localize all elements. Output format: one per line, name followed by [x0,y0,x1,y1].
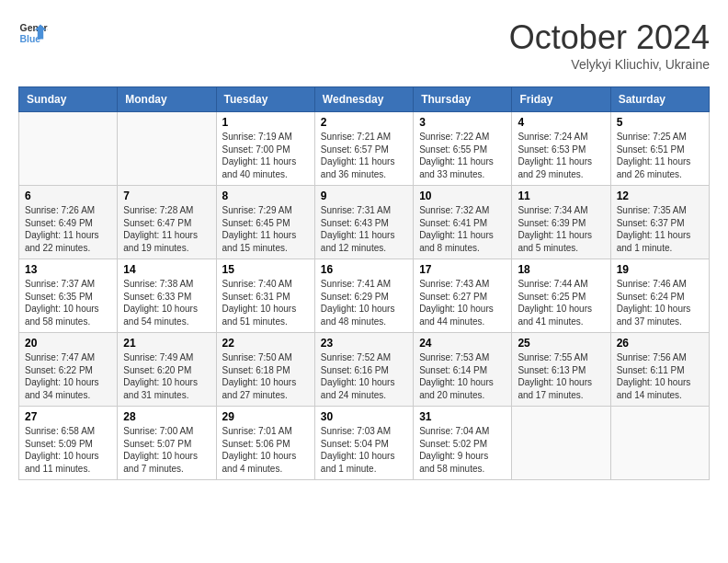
calendar-cell: 22Sunrise: 7:50 AM Sunset: 6:18 PM Dayli… [216,333,314,407]
day-number: 28 [123,410,210,423]
calendar-table: SundayMondayTuesdayWednesdayThursdayFrid… [18,86,710,480]
day-number: 2 [321,116,407,129]
weekday-header: Sunday [19,87,118,112]
calendar-cell: 3Sunrise: 7:22 AM Sunset: 6:55 PM Daylig… [414,112,512,186]
calendar-cell: 30Sunrise: 7:03 AM Sunset: 5:04 PM Dayli… [314,407,413,480]
day-info: Sunrise: 7:35 AM Sunset: 6:37 PM Dayligh… [617,204,703,254]
calendar-week-row: 1Sunrise: 7:19 AM Sunset: 7:00 PM Daylig… [19,112,710,186]
page-header: General Blue October 2024 Velykyi Kliuch… [18,18,710,72]
location: Velykyi Kliuchiv, Ukraine [509,57,710,72]
calendar-cell: 24Sunrise: 7:53 AM Sunset: 6:14 PM Dayli… [414,333,512,407]
calendar-cell: 21Sunrise: 7:49 AM Sunset: 6:20 PM Dayli… [118,333,216,407]
weekday-header: Friday [512,87,610,112]
day-info: Sunrise: 7:56 AM Sunset: 6:11 PM Dayligh… [617,351,703,401]
calendar-cell: 11Sunrise: 7:34 AM Sunset: 6:39 PM Dayli… [512,186,610,259]
calendar-cell: 15Sunrise: 7:40 AM Sunset: 6:31 PM Dayli… [216,259,314,333]
day-info: Sunrise: 7:40 AM Sunset: 6:31 PM Dayligh… [222,278,309,327]
calendar-cell: 4Sunrise: 7:24 AM Sunset: 6:53 PM Daylig… [512,112,610,186]
day-number: 10 [419,190,506,202]
day-number: 14 [123,263,210,276]
day-number: 19 [617,263,703,276]
calendar-cell: 8Sunrise: 7:29 AM Sunset: 6:45 PM Daylig… [216,186,314,259]
day-info: Sunrise: 7:49 AM Sunset: 6:20 PM Dayligh… [123,351,210,401]
day-number: 24 [419,337,506,350]
day-info: Sunrise: 7:00 AM Sunset: 5:07 PM Dayligh… [123,425,210,475]
day-info: Sunrise: 7:31 AM Sunset: 6:43 PM Dayligh… [321,204,407,254]
calendar-cell [118,112,216,186]
calendar-cell: 9Sunrise: 7:31 AM Sunset: 6:43 PM Daylig… [314,186,413,259]
day-number: 20 [25,337,111,350]
logo-icon: General Blue [18,18,48,48]
day-number: 22 [222,337,309,350]
weekday-header: Wednesday [314,87,413,112]
day-number: 31 [419,410,506,423]
calendar-week-row: 13Sunrise: 7:37 AM Sunset: 6:35 PM Dayli… [19,259,710,333]
day-info: Sunrise: 7:46 AM Sunset: 6:24 PM Dayligh… [617,278,703,327]
day-number: 18 [518,263,604,276]
calendar-cell: 1Sunrise: 7:19 AM Sunset: 7:00 PM Daylig… [216,112,314,186]
day-number: 16 [321,263,407,276]
day-number: 27 [25,410,111,423]
calendar-cell: 25Sunrise: 7:55 AM Sunset: 6:13 PM Dayli… [512,333,610,407]
day-info: Sunrise: 7:28 AM Sunset: 6:47 PM Dayligh… [123,204,210,254]
day-number: 13 [25,263,111,276]
day-number: 25 [518,337,604,350]
day-info: Sunrise: 7:04 AM Sunset: 5:02 PM Dayligh… [419,425,506,475]
calendar-cell: 6Sunrise: 7:26 AM Sunset: 6:49 PM Daylig… [19,186,118,259]
day-info: Sunrise: 7:03 AM Sunset: 5:04 PM Dayligh… [321,425,407,475]
title-block: October 2024 Velykyi Kliuchiv, Ukraine [509,18,710,72]
day-info: Sunrise: 7:38 AM Sunset: 6:33 PM Dayligh… [123,278,210,327]
day-info: Sunrise: 7:41 AM Sunset: 6:29 PM Dayligh… [321,278,407,327]
calendar-cell: 14Sunrise: 7:38 AM Sunset: 6:33 PM Dayli… [118,259,216,333]
calendar-cell: 31Sunrise: 7:04 AM Sunset: 5:02 PM Dayli… [414,407,512,480]
calendar-cell: 17Sunrise: 7:43 AM Sunset: 6:27 PM Dayli… [414,259,512,333]
weekday-header: Monday [118,87,216,112]
day-number: 8 [222,190,309,202]
day-number: 11 [518,190,604,202]
calendar-cell: 23Sunrise: 7:52 AM Sunset: 6:16 PM Dayli… [314,333,413,407]
day-info: Sunrise: 7:26 AM Sunset: 6:49 PM Dayligh… [25,204,111,254]
calendar-cell: 5Sunrise: 7:25 AM Sunset: 6:51 PM Daylig… [610,112,709,186]
calendar-week-row: 6Sunrise: 7:26 AM Sunset: 6:49 PM Daylig… [19,186,710,259]
day-number: 9 [321,190,407,202]
day-info: Sunrise: 7:55 AM Sunset: 6:13 PM Dayligh… [518,351,604,401]
month-title: October 2024 [509,18,710,57]
day-number: 23 [321,337,407,350]
day-info: Sunrise: 7:44 AM Sunset: 6:25 PM Dayligh… [518,278,604,327]
day-number: 30 [321,410,407,423]
calendar-cell: 7Sunrise: 7:28 AM Sunset: 6:47 PM Daylig… [118,186,216,259]
calendar-week-row: 27Sunrise: 6:58 AM Sunset: 5:09 PM Dayli… [19,407,710,480]
day-number: 6 [25,190,111,202]
calendar-cell: 28Sunrise: 7:00 AM Sunset: 5:07 PM Dayli… [118,407,216,480]
day-info: Sunrise: 7:43 AM Sunset: 6:27 PM Dayligh… [419,278,506,327]
calendar-cell: 10Sunrise: 7:32 AM Sunset: 6:41 PM Dayli… [414,186,512,259]
day-info: Sunrise: 7:37 AM Sunset: 6:35 PM Dayligh… [25,278,111,327]
weekday-header: Thursday [414,87,512,112]
weekday-header-row: SundayMondayTuesdayWednesdayThursdayFrid… [19,87,710,112]
day-number: 17 [419,263,506,276]
calendar-week-row: 20Sunrise: 7:47 AM Sunset: 6:22 PM Dayli… [19,333,710,407]
day-number: 1 [222,116,309,129]
day-info: Sunrise: 7:25 AM Sunset: 6:51 PM Dayligh… [617,131,703,180]
calendar-cell: 18Sunrise: 7:44 AM Sunset: 6:25 PM Dayli… [512,259,610,333]
day-number: 4 [518,116,604,129]
day-number: 7 [123,190,210,202]
day-info: Sunrise: 7:24 AM Sunset: 6:53 PM Dayligh… [518,131,604,180]
day-info: Sunrise: 7:50 AM Sunset: 6:18 PM Dayligh… [222,351,309,401]
calendar-cell: 20Sunrise: 7:47 AM Sunset: 6:22 PM Dayli… [19,333,118,407]
day-info: Sunrise: 7:01 AM Sunset: 5:06 PM Dayligh… [222,425,309,475]
day-info: Sunrise: 7:19 AM Sunset: 7:00 PM Dayligh… [222,131,309,180]
calendar-cell: 29Sunrise: 7:01 AM Sunset: 5:06 PM Dayli… [216,407,314,480]
day-number: 15 [222,263,309,276]
day-info: Sunrise: 7:53 AM Sunset: 6:14 PM Dayligh… [419,351,506,401]
calendar-cell: 13Sunrise: 7:37 AM Sunset: 6:35 PM Dayli… [19,259,118,333]
day-info: Sunrise: 7:47 AM Sunset: 6:22 PM Dayligh… [25,351,111,401]
day-number: 26 [617,337,703,350]
calendar-cell [512,407,610,480]
day-info: Sunrise: 7:52 AM Sunset: 6:16 PM Dayligh… [321,351,407,401]
weekday-header: Tuesday [216,87,314,112]
calendar-cell: 12Sunrise: 7:35 AM Sunset: 6:37 PM Dayli… [610,186,709,259]
day-number: 3 [419,116,506,129]
calendar-cell: 19Sunrise: 7:46 AM Sunset: 6:24 PM Dayli… [610,259,709,333]
day-number: 12 [617,190,703,202]
